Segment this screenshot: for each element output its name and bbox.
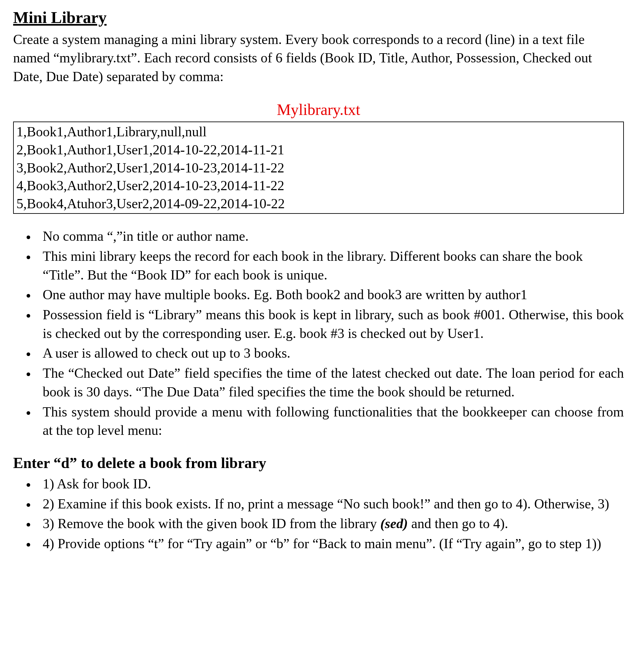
file-line: 1,Book1,Author1,Library,null,null (16, 123, 621, 141)
file-line: 4,Book3,Author2,User2,2014-10-23,2014-11… (16, 177, 621, 195)
rule-item: The “Checked out Date” field specifies t… (36, 364, 624, 401)
file-title: Mylibrary.txt (13, 99, 624, 121)
step-item: 3) Remove the book with the given book I… (36, 514, 624, 533)
file-content-box: 1,Book1,Author1,Library,null,null 2,Book… (13, 122, 624, 214)
file-line: 2,Book1,Author1,User1,2014-10-22,2014-11… (16, 141, 621, 159)
rule-item: This system should provide a menu with f… (36, 403, 624, 440)
rule-item: Possession field is “Library” means this… (36, 305, 624, 342)
page-title: Mini Library (13, 6, 624, 29)
sed-emphasis: (sed) (380, 516, 408, 531)
rule-item: A user is allowed to check out up to 3 b… (36, 344, 624, 362)
rule-item: No comma “,”in title or author name. (36, 227, 624, 246)
step-text: and then go to 4). (408, 516, 508, 531)
step-item: 1) Ask for book ID. (36, 475, 624, 493)
rule-item: One author may have multiple books. Eg. … (36, 285, 624, 304)
step-item: 2) Examine if this book exists. If no, p… (36, 495, 624, 513)
step-item: 4) Provide options “t” for “Try again” o… (36, 534, 624, 553)
step-text: 3) Remove the book with the given book I… (43, 516, 380, 531)
section-heading: Enter “d” to delete a book from library (13, 453, 624, 473)
intro-paragraph: Create a system managing a mini library … (13, 30, 624, 86)
file-line: 5,Book4,Atuhor3,User2,2014-09-22,2014-10… (16, 195, 621, 213)
steps-list: 1) Ask for book ID. 2) Examine if this b… (13, 475, 624, 553)
rules-list: No comma “,”in title or author name. Thi… (13, 227, 624, 440)
file-line: 3,Book2,Author2,User1,2014-10-23,2014-11… (16, 159, 621, 177)
rule-item: This mini library keeps the record for e… (36, 247, 624, 284)
